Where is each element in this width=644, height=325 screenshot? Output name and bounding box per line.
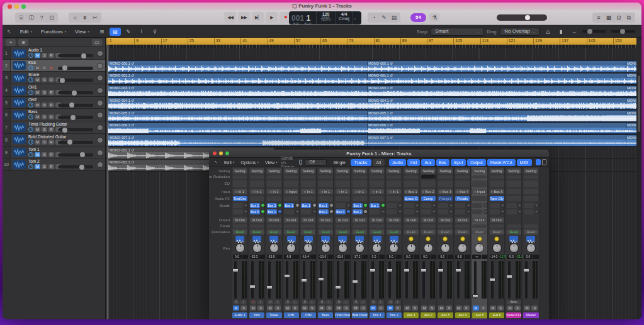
- track-volume-slider[interactable]: [58, 67, 93, 70]
- mixer-titlebar[interactable]: Punky Funk 1 - Mixer: Tracks: [209, 150, 549, 158]
- mixer-narrow-view-icon[interactable]: [536, 159, 540, 165]
- strip-solo-button[interactable]: S: [412, 306, 418, 311]
- strip-input-monitor-button[interactable]: I: [378, 300, 383, 304]
- strip-send-bus-2[interactable]: Bus 2: [267, 203, 277, 208]
- strip-mute-button[interactable]: M: [353, 306, 359, 311]
- strip-input-button[interactable]: ○ Bus 2: [421, 189, 436, 194]
- power-icon[interactable]: [28, 152, 33, 157]
- region-MONO-001.1[interactable]: MONO-001.1 ↺MONO-001.1 ↺MONO-001.1 ↺: [108, 73, 636, 85]
- send-level-knob[interactable]: [278, 203, 282, 207]
- lane-timid-plucking-guitar[interactable]: MONO-006.1 ↺MONO-006.1 ↺MONO-006.1 ↺: [106, 122, 636, 135]
- send-level-knob[interactable]: [295, 203, 300, 207]
- strip-send-bus-1[interactable]: Bus 1: [301, 203, 311, 208]
- strip-solo-button[interactable]: S: [429, 306, 435, 311]
- strip-input-button[interactable]: ○ In 1: [267, 189, 281, 194]
- strip-solo-button[interactable]: S: [309, 306, 315, 311]
- strip-pan-knob[interactable]: [475, 243, 484, 253]
- strip-pan-knob[interactable]: [355, 243, 364, 253]
- strip-automation-button[interactable]: Read: [284, 229, 298, 234]
- strip-output-button[interactable]: St Out: [472, 218, 487, 223]
- strip-output-button[interactable]: St Out: [353, 218, 367, 223]
- strip-volume-value[interactable]: -13.0: [319, 255, 327, 259]
- track-pan-knob[interactable]: [97, 150, 103, 156]
- strip-automation-button[interactable]: Read: [404, 229, 419, 234]
- strip-eq-thumbnail[interactable]: [267, 180, 281, 187]
- strip-output-button[interactable]: St Out: [490, 218, 504, 223]
- zoom-tool-icon-1[interactable]: ▮: [555, 28, 567, 36]
- strip-eq-thumbnail[interactable]: [353, 180, 367, 187]
- track-r-button[interactable]: R: [48, 65, 54, 70]
- channel-strip-snare[interactable]: Setting○ In 1Bus 2Bus 1St OutRead-33.0RI…: [266, 167, 282, 319]
- strip-group-slot[interactable]: [387, 224, 401, 228]
- track-header-audio-1[interactable]: 1Audio 1MSRI: [3, 47, 105, 60]
- pencil-icon[interactable]: ✎: [380, 14, 388, 22]
- lane-bold-distorted-guitar[interactable]: MONO-007.1 ↺MONO-007.1 ↺MONO-007.1 ↺: [106, 135, 636, 147]
- alert-icon[interactable]: ⚗: [429, 13, 439, 22]
- strip-setting-button[interactable]: Setting: [336, 168, 350, 174]
- power-icon[interactable]: [28, 102, 33, 107]
- channel-strip-audio-1[interactable]: Setting○ In 1TestOscSt OutRead0.0RIMSAud…: [232, 167, 248, 319]
- strip-setting-button[interactable]: Setting: [524, 168, 538, 174]
- lane-oh1[interactable]: MONO-003.1 ↺MONO-003.1 ↺MONO-003.1 ↺: [106, 85, 636, 97]
- track-s-button[interactable]: S: [42, 65, 47, 70]
- volume-handle[interactable]: [60, 78, 65, 83]
- strip-name-chip[interactable]: Aux 3: [438, 312, 453, 318]
- strip-input-button[interactable]: ○ In 1: [370, 189, 384, 194]
- strip-solo-button[interactable]: S: [480, 306, 487, 311]
- mixer-filter-bus[interactable]: Bus: [436, 159, 449, 166]
- strip-name-chip[interactable]: OH2: [301, 312, 316, 318]
- strip-pan-knob[interactable]: [252, 243, 262, 253]
- strip-record-enable-button[interactable]: R: [388, 300, 393, 304]
- track-s-button[interactable]: S: [42, 90, 47, 95]
- strip-solo-button[interactable]: S: [395, 306, 401, 311]
- strip-fader-handle[interactable]: [249, 285, 256, 289]
- track-m-button[interactable]: M: [35, 152, 40, 157]
- strip-solo-button[interactable]: S: [343, 306, 349, 311]
- strip-pan-knob[interactable]: [338, 243, 347, 253]
- strip-automation-button[interactable]: Read: [472, 229, 487, 234]
- metronome-icon[interactable]: ◔: [370, 14, 378, 22]
- strip-eq-thumbnail[interactable]: [472, 180, 487, 187]
- loop-browser-icon[interactable]: Ω: [614, 14, 623, 22]
- strip-setting-button[interactable]: Setting: [455, 168, 470, 174]
- mixer-menu-view[interactable]: View▾: [263, 160, 280, 165]
- track-s-button[interactable]: S: [42, 77, 47, 82]
- channel-strip-aux-3[interactable]: Setting○ Bus 3FlangerSt OutRead0.0MSAux …: [437, 167, 453, 319]
- strip-mute-button[interactable]: M: [473, 306, 479, 311]
- strip-automation-button[interactable]: Read: [524, 229, 538, 234]
- strip-volume-value[interactable]: -9.0: [507, 255, 516, 259]
- toolbar-icon[interactable]: ⊡: [47, 14, 56, 22]
- track-s-button[interactable]: S: [42, 114, 47, 119]
- strip-mute-button[interactable]: M: [490, 306, 496, 311]
- strip-volume-value[interactable]: 0.0: [455, 255, 464, 259]
- strip-mute-button[interactable]: M: [302, 306, 308, 311]
- region-MONO-007.1[interactable]: MONO-007.1 ↺MONO-007.1 ↺MONO-007.1 ↺: [108, 135, 636, 146]
- strip-name-chip[interactable]: Tom 2: [387, 312, 402, 318]
- catch-icon[interactable]: ⚲: [149, 28, 161, 36]
- strip-name-chip[interactable]: Audio 1: [232, 312, 247, 318]
- lcd-position[interactable]: 001 1 BARBEAT: [289, 11, 317, 25]
- track-m-button[interactable]: M: [35, 77, 40, 82]
- track-s-button[interactable]: S: [42, 140, 47, 145]
- strip-record-enable-button[interactable]: R: [353, 300, 359, 304]
- strip-pan-knob[interactable]: [424, 243, 433, 253]
- send-level-knob[interactable]: [261, 209, 265, 214]
- strip-input-button[interactable]: ○ Bus 1: [404, 189, 419, 194]
- mixer-filter-aux[interactable]: Aux: [421, 159, 434, 166]
- strip-automation-button[interactable]: Read: [387, 229, 401, 234]
- strip-volume-value[interactable]: -33.0: [267, 255, 276, 259]
- strip-mute-button[interactable]: M: [438, 306, 444, 311]
- volume-handle[interactable]: [79, 165, 84, 170]
- track-pan-knob[interactable]: [97, 100, 103, 106]
- volume-handle[interactable]: [62, 65, 67, 70]
- strip-volume-value[interactable]: -33.0: [336, 255, 344, 259]
- channel-strip-aux-6[interactable]: Setting○ Bus 5Tape DlySt OutRead-14.0-12…: [489, 167, 505, 319]
- strip-input-button[interactable]: ○ Input: [284, 189, 298, 194]
- send-level-knob[interactable]: [329, 209, 334, 214]
- track-r-button[interactable]: R: [48, 90, 54, 95]
- strip-output-button[interactable]: St Out: [387, 218, 401, 223]
- smart-controls-icon[interactable]: ☼: [71, 14, 79, 22]
- track-s-button[interactable]: S: [42, 53, 47, 58]
- mixer-mode-single[interactable]: Single: [329, 159, 349, 166]
- strip-group-slot[interactable]: [233, 224, 247, 228]
